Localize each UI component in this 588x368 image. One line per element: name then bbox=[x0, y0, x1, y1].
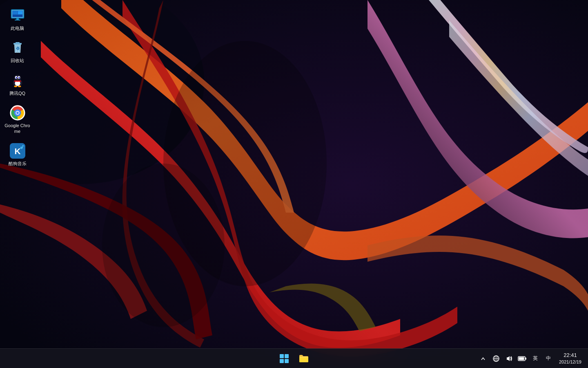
svg-rect-28 bbox=[14, 81, 21, 82]
svg-rect-42 bbox=[285, 354, 289, 358]
taskbar: 英 中 22:41 2021/12/19 bbox=[0, 348, 588, 368]
recycle-bin-label: 回收站 bbox=[11, 58, 24, 63]
chrome-label: Google Chrome bbox=[4, 123, 31, 135]
svg-rect-51 bbox=[519, 357, 524, 360]
taskbar-center bbox=[275, 350, 313, 368]
desktop-icon-recycle-bin[interactable]: ♻ 回收站 bbox=[2, 36, 33, 67]
clock-display[interactable]: 22:41 2021/12/19 bbox=[556, 350, 585, 368]
svg-rect-12 bbox=[15, 20, 20, 20]
desktop-icon-chrome[interactable]: Google Chrome bbox=[2, 101, 33, 138]
desktop-icons: 此电脑 ♻ 回收站 bbox=[0, 0, 33, 176]
svg-point-3 bbox=[102, 164, 225, 327]
chrome-icon bbox=[9, 105, 26, 121]
svg-rect-10 bbox=[13, 15, 22, 17]
svg-rect-50 bbox=[525, 357, 526, 359]
qq-icon bbox=[9, 72, 26, 89]
clock-date: 2021/12/19 bbox=[559, 359, 581, 365]
qq-label: 腾讯QQ bbox=[9, 90, 25, 96]
desktop-icon-qq[interactable]: 腾讯QQ bbox=[2, 69, 33, 99]
monitor-icon bbox=[9, 7, 26, 24]
svg-point-38 bbox=[20, 147, 22, 149]
start-button[interactable] bbox=[275, 350, 293, 368]
svg-rect-8 bbox=[13, 11, 18, 14]
network-icon[interactable] bbox=[490, 353, 502, 364]
wallpaper bbox=[0, 0, 588, 368]
file-explorer-button[interactable] bbox=[295, 350, 313, 368]
desktop: 此电脑 ♻ 回收站 bbox=[0, 0, 588, 368]
clock-time: 22:41 bbox=[564, 352, 577, 359]
recycle-bin-icon: ♻ bbox=[9, 40, 26, 56]
svg-rect-41 bbox=[280, 354, 284, 358]
svg-text:K: K bbox=[14, 146, 20, 156]
svg-point-35 bbox=[16, 112, 19, 114]
desktop-icon-my-computer[interactable]: 此电脑 bbox=[2, 4, 33, 34]
svg-rect-14 bbox=[16, 42, 20, 43]
tray-expand-button[interactable] bbox=[477, 353, 489, 364]
taskbar-right: 英 中 22:41 2021/12/19 bbox=[477, 350, 588, 368]
svg-point-30 bbox=[18, 85, 21, 87]
svg-point-27 bbox=[19, 77, 20, 78]
desktop-icon-kuwo[interactable]: K 酷狗音乐 bbox=[2, 139, 33, 170]
svg-point-26 bbox=[16, 77, 17, 78]
language-zh-button[interactable]: 中 bbox=[543, 350, 554, 368]
svg-rect-44 bbox=[285, 359, 289, 363]
language-en-button[interactable]: 英 bbox=[530, 350, 541, 368]
kuwo-icon: K bbox=[9, 143, 26, 159]
svg-rect-43 bbox=[280, 359, 284, 363]
kuwo-label: 酷狗音乐 bbox=[9, 161, 27, 166]
svg-rect-9 bbox=[18, 11, 22, 14]
my-computer-label: 此电脑 bbox=[11, 25, 24, 31]
svg-text:♻: ♻ bbox=[16, 46, 19, 51]
battery-icon[interactable] bbox=[517, 353, 528, 364]
sound-icon[interactable] bbox=[503, 353, 515, 364]
svg-point-29 bbox=[14, 85, 17, 87]
